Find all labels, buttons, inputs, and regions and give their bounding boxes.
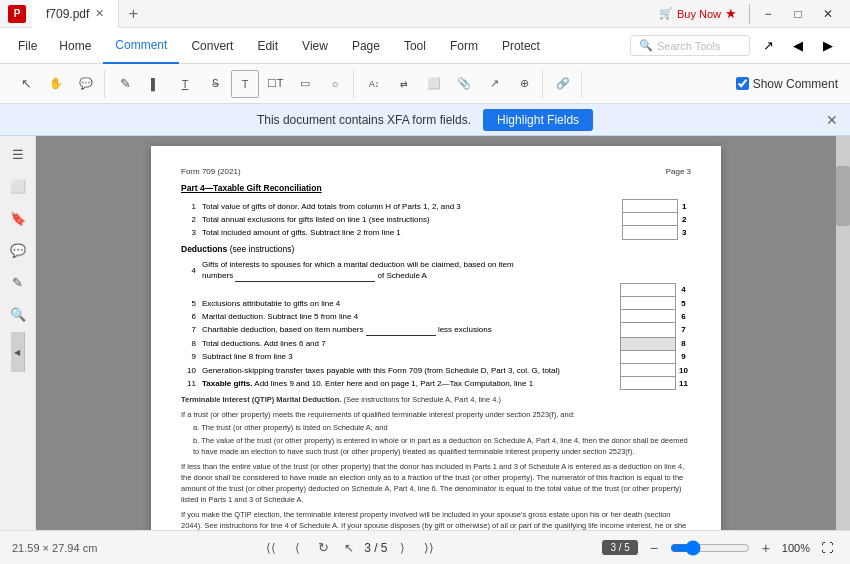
highlight-icon[interactable]: ▌ [141, 70, 169, 98]
table-row: 4 [181, 283, 691, 296]
minimize-button[interactable]: − [754, 0, 782, 28]
tab-label: f709.pdf [46, 7, 89, 21]
toolbar-group-draw: ✎ ▌ T S̶ T ☐T ▭ ○ [107, 70, 354, 98]
zoom-out-button[interactable]: − [644, 538, 664, 558]
status-bar: 21.59 × 27.94 cm ⟨⟨ ⟨ ↻ ↖ 3 / 5 ⟩ ⟩⟩ 3 /… [0, 530, 850, 564]
fit-page-button[interactable]: ⛶ [816, 537, 838, 559]
nav-forward-icon[interactable]: ▶ [814, 32, 842, 60]
sidebar-comment-icon[interactable]: 💬 [4, 236, 32, 264]
underline-icon[interactable]: T [171, 70, 199, 98]
menu-edit[interactable]: Edit [245, 28, 290, 64]
menu-home[interactable]: Home [47, 28, 103, 64]
rotate-icon[interactable]: ↻ [312, 537, 334, 559]
highlight-fields-button[interactable]: Highlight Fields [483, 109, 593, 131]
textbox-icon[interactable]: ☐T [261, 70, 289, 98]
sidebar-page-thumbnail-icon[interactable]: ⬜ [4, 172, 32, 200]
callout-icon[interactable]: ▭ [291, 70, 319, 98]
table-row: 5 Exclusions attributable to gifts on li… [181, 297, 691, 310]
stamp-icon[interactable]: ⬜ [420, 70, 448, 98]
table-row: 2 Total annual exclusions for gifts list… [181, 213, 691, 226]
menu-convert[interactable]: Convert [179, 28, 245, 64]
form-name: Form 709 (2021) [181, 166, 241, 177]
star-icon: ★ [725, 6, 737, 21]
scroll-thumb[interactable] [836, 166, 850, 226]
page-container: Form 709 (2021) Page 3 Part 4—Taxable Gi… [151, 146, 721, 530]
title-bar-tabs: f709.pdf ✕ + [32, 0, 147, 28]
arrow-icon[interactable]: ↗ [480, 70, 508, 98]
menu-items: Home Comment Convert Edit View Page Tool… [47, 28, 552, 64]
menu-comment[interactable]: Comment [103, 28, 179, 64]
tab-f709[interactable]: f709.pdf ✕ [32, 0, 119, 28]
maximize-button[interactable]: □ [784, 0, 812, 28]
file-attachment-icon[interactable]: 📎 [450, 70, 478, 98]
close-button[interactable]: ✕ [814, 0, 842, 28]
zoom-in-button[interactable]: + [756, 538, 776, 558]
page-header: Form 709 (2021) Page 3 [181, 166, 691, 177]
first-page-button[interactable]: ⟨⟨ [260, 537, 282, 559]
sidebar-attachment-icon[interactable]: ✎ [4, 268, 32, 296]
deductions-label: Deductions (see instructions) [181, 244, 691, 256]
title-bar: P f709.pdf ✕ + 🛒 Buy Now ★ − □ ✕ [0, 0, 850, 28]
toolbar-group-tools: ↖ ✋ 💬 [8, 70, 105, 98]
sidebar-search-icon[interactable]: 🔍 [4, 300, 32, 328]
measure-icon[interactable]: ⊕ [510, 70, 538, 98]
replace-icon[interactable]: ⇄ [390, 70, 418, 98]
title-bar-left: P f709.pdf ✕ + [8, 0, 147, 28]
next-page-button[interactable]: ⟩ [392, 537, 414, 559]
prev-page-button[interactable]: ⟨ [286, 537, 308, 559]
menu-tool[interactable]: Tool [392, 28, 438, 64]
menu-search-area: 🔍 Search Tools [630, 35, 750, 56]
right-scrollbar[interactable] [836, 136, 850, 530]
toolbar: ↖ ✋ 💬 ✎ ▌ T S̶ T ☐T ▭ ○ A↕ ⇄ ⬜ 📎 ↗ ⊕ 🔗 S… [0, 64, 850, 104]
tab-close-icon[interactable]: ✕ [95, 7, 104, 20]
document-area: Form 709 (2021) Page 3 Part 4—Taxable Gi… [36, 136, 836, 530]
menu-form[interactable]: Form [438, 28, 490, 64]
sidebar-menu-icon[interactable]: ☰ [4, 140, 32, 168]
cursor-tool-button[interactable]: ↖ [12, 70, 40, 98]
share-icon[interactable]: ↗ [754, 32, 782, 60]
left-sidebar: ☰ ⬜ 🔖 💬 ✎ 🔍 ◀ [0, 136, 36, 530]
table-row: 8 Total deductions. Add lines 6 and 7 8 [181, 337, 691, 350]
cursor-icon[interactable]: ↖ [338, 537, 360, 559]
insert-text-icon[interactable]: A↕ [360, 70, 388, 98]
menu-protect[interactable]: Protect [490, 28, 552, 64]
toolbar-group-insert: A↕ ⇄ ⬜ 📎 ↗ ⊕ [356, 70, 543, 98]
window-controls: − □ ✕ [754, 0, 842, 28]
comment-tool-button[interactable]: 💬 [72, 70, 100, 98]
main-area: ☰ ⬜ 🔖 💬 ✎ 🔍 ◀ Form 709 (2021) Page 3 Par… [0, 136, 850, 530]
table-row: 6 Marital deduction. Subtract line 5 fro… [181, 310, 691, 323]
zoom-level-display: 100% [782, 542, 810, 554]
pan-tool-button[interactable]: ✋ [42, 70, 70, 98]
page-navigation: ⟨⟨ ⟨ ↻ ↖ 3 / 5 ⟩ ⟩⟩ [105, 537, 594, 559]
table-row: 11 Taxable gifts. Add lines 9 and 10. En… [181, 377, 691, 390]
last-page-button[interactable]: ⟩⟩ [418, 537, 440, 559]
page-number: Page 3 [666, 166, 691, 177]
notification-close-button[interactable]: ✕ [822, 110, 842, 130]
part4-title: Part 4—Taxable Gift Reconciliation [181, 183, 691, 195]
notification-bar: This document contains XFA form fields. … [0, 104, 850, 136]
sidebar-collapse-button[interactable]: ◀ [11, 332, 25, 372]
menu-file[interactable]: File [8, 28, 47, 64]
pencil-icon[interactable]: ✎ [111, 70, 139, 98]
nav-back-icon[interactable]: ◀ [784, 32, 812, 60]
menu-view[interactable]: View [290, 28, 340, 64]
sidebar-bookmark-icon[interactable]: 🔖 [4, 204, 32, 232]
search-icon: 🔍 [639, 39, 653, 52]
text-icon[interactable]: T [231, 70, 259, 98]
show-comment-area: Show Comment [736, 77, 842, 91]
link-icon[interactable]: 🔗 [549, 70, 577, 98]
strikethrough-icon[interactable]: S̶ [201, 70, 229, 98]
add-tab-button[interactable]: + [119, 0, 147, 28]
search-placeholder: Search Tools [657, 40, 720, 52]
zoom-slider[interactable] [670, 540, 750, 556]
main-table: 1 Total value of gifts of donor. Add tot… [181, 199, 691, 240]
shape-icon[interactable]: ○ [321, 70, 349, 98]
page-current-display: 3 / 5 [364, 541, 387, 555]
menu-page[interactable]: Page [340, 28, 392, 64]
table-row: 7 Charitable deduction, based on item nu… [181, 323, 691, 337]
menu-right-icons: ↗ ◀ ▶ [754, 32, 842, 60]
buy-now-label[interactable]: Buy Now [677, 8, 721, 20]
page-dimensions: 21.59 × 27.94 cm [12, 542, 97, 554]
show-comment-checkbox[interactable] [736, 77, 749, 90]
search-box[interactable]: 🔍 Search Tools [630, 35, 750, 56]
